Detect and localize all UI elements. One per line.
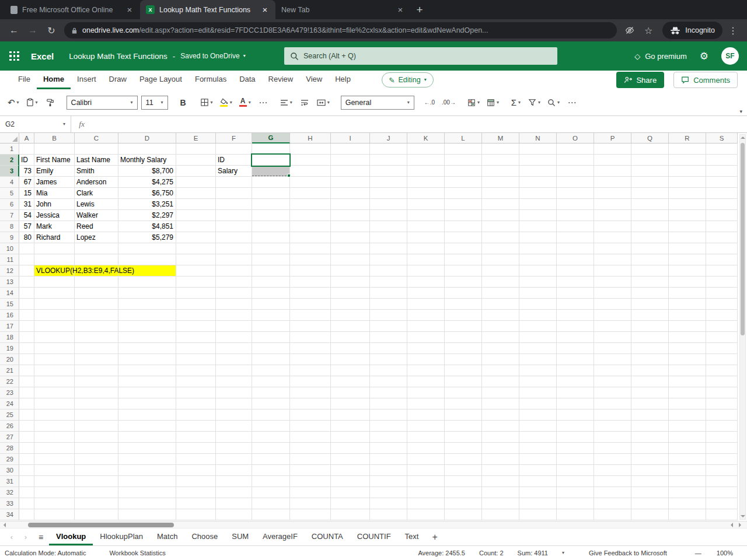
cell-O29[interactable] xyxy=(557,454,594,465)
cell-E12[interactable] xyxy=(176,265,216,276)
sort-filter-button[interactable]: ▾ xyxy=(526,94,542,111)
cell-J16[interactable] xyxy=(370,310,407,321)
cell-A7[interactable]: 54 xyxy=(19,210,34,221)
cell-M17[interactable] xyxy=(482,321,519,332)
name-box[interactable]: G2 ▾ xyxy=(0,116,71,132)
cell-K34[interactable] xyxy=(407,509,445,520)
cell-H26[interactable] xyxy=(290,421,331,432)
cell-S7[interactable] xyxy=(706,210,738,221)
cell-Q11[interactable] xyxy=(631,254,669,265)
cell-A24[interactable] xyxy=(19,398,34,410)
cell-F33[interactable] xyxy=(216,498,252,509)
zoom-out-icon[interactable]: — xyxy=(695,550,701,556)
cell-H7[interactable] xyxy=(290,210,331,221)
cell-D10[interactable] xyxy=(118,243,176,254)
cell-S17[interactable] xyxy=(706,321,738,332)
cell-M5[interactable] xyxy=(482,188,519,199)
cell-H17[interactable] xyxy=(290,321,331,332)
cell-I24[interactable] xyxy=(331,398,370,410)
cell-R1[interactable] xyxy=(669,144,706,155)
cell-E11[interactable] xyxy=(176,254,216,265)
scroll-left-arrow-icon[interactable] xyxy=(4,523,6,527)
cell-P32[interactable] xyxy=(594,487,631,498)
cell-E20[interactable] xyxy=(176,354,216,365)
cell-K28[interactable] xyxy=(407,443,445,454)
cell-C14[interactable] xyxy=(75,288,118,299)
cell-Q7[interactable] xyxy=(631,210,669,221)
fx-icon[interactable]: fx xyxy=(71,116,92,132)
cell-L25[interactable] xyxy=(445,410,482,421)
cell-P5[interactable] xyxy=(594,188,631,199)
cell-N16[interactable] xyxy=(519,310,557,321)
cell-H33[interactable] xyxy=(290,498,331,509)
row-header-27[interactable]: 27 xyxy=(0,432,19,443)
cell-R23[interactable] xyxy=(669,387,706,398)
cell-C29[interactable] xyxy=(75,454,118,465)
cell-B6[interactable]: John xyxy=(34,199,75,210)
cell-H15[interactable] xyxy=(290,299,331,310)
cell-S18[interactable] xyxy=(706,332,738,343)
cell-K13[interactable] xyxy=(407,276,445,288)
cell-M31[interactable] xyxy=(482,476,519,487)
cell-G14[interactable] xyxy=(252,288,290,299)
cell-A20[interactable] xyxy=(19,354,34,365)
cell-C18[interactable] xyxy=(75,332,118,343)
cell-Q18[interactable] xyxy=(631,332,669,343)
cell-P4[interactable] xyxy=(594,177,631,188)
cell-G10[interactable] xyxy=(252,243,290,254)
cell-D7[interactable]: $2,297 xyxy=(118,210,176,221)
cell-M23[interactable] xyxy=(482,387,519,398)
cell-P14[interactable] xyxy=(594,288,631,299)
sheet-nav-left-icon[interactable]: ‹ xyxy=(5,528,19,545)
cell-E14[interactable] xyxy=(176,288,216,299)
cell-L7[interactable] xyxy=(445,210,482,221)
cell-P13[interactable] xyxy=(594,276,631,288)
cell-G23[interactable] xyxy=(252,387,290,398)
cell-M29[interactable] xyxy=(482,454,519,465)
cell-B15[interactable] xyxy=(34,299,75,310)
menu-formulas[interactable]: Formulas xyxy=(189,71,233,89)
cell-M20[interactable] xyxy=(482,354,519,365)
cell-J2[interactable] xyxy=(370,155,407,166)
cell-A26[interactable] xyxy=(19,421,34,432)
scroll-up-arrow-icon[interactable] xyxy=(741,136,745,139)
cell-B30[interactable] xyxy=(34,465,75,476)
cell-R22[interactable] xyxy=(669,376,706,387)
cell-I32[interactable] xyxy=(331,487,370,498)
cell-B5[interactable]: Mia xyxy=(34,188,75,199)
cell-R16[interactable] xyxy=(669,310,706,321)
cell-Q27[interactable] xyxy=(631,432,669,443)
cell-O9[interactable] xyxy=(557,232,594,243)
cell-C23[interactable] xyxy=(75,387,118,398)
cell-N23[interactable] xyxy=(519,387,557,398)
cell-P23[interactable] xyxy=(594,387,631,398)
cell-I28[interactable] xyxy=(331,443,370,454)
cell-O33[interactable] xyxy=(557,498,594,509)
cell-G28[interactable] xyxy=(252,443,290,454)
cell-G1[interactable] xyxy=(252,144,290,155)
cell-H23[interactable] xyxy=(290,387,331,398)
cell-I3[interactable] xyxy=(331,166,370,177)
cell-B27[interactable] xyxy=(34,432,75,443)
cell-D26[interactable] xyxy=(118,421,176,432)
cell-L19[interactable] xyxy=(445,343,482,354)
cell-K30[interactable] xyxy=(407,465,445,476)
cell-E23[interactable] xyxy=(176,387,216,398)
cell-F3[interactable]: Salary xyxy=(216,166,252,177)
font-size-select[interactable]: 11▾ xyxy=(141,96,168,110)
cell-N27[interactable] xyxy=(519,432,557,443)
cell-B23[interactable] xyxy=(34,387,75,398)
tab-close-icon[interactable]: × xyxy=(125,5,134,15)
cell-P19[interactable] xyxy=(594,343,631,354)
cell-S3[interactable] xyxy=(706,166,738,177)
cell-R14[interactable] xyxy=(669,288,706,299)
tracking-blocked-eye-icon[interactable] xyxy=(622,22,638,38)
cell-L30[interactable] xyxy=(445,465,482,476)
cell-B24[interactable] xyxy=(34,398,75,410)
cell-H30[interactable] xyxy=(290,465,331,476)
cell-E30[interactable] xyxy=(176,465,216,476)
cell-J11[interactable] xyxy=(370,254,407,265)
cell-E2[interactable] xyxy=(176,155,216,166)
cell-A11[interactable] xyxy=(19,254,34,265)
cell-B21[interactable] xyxy=(34,365,75,376)
